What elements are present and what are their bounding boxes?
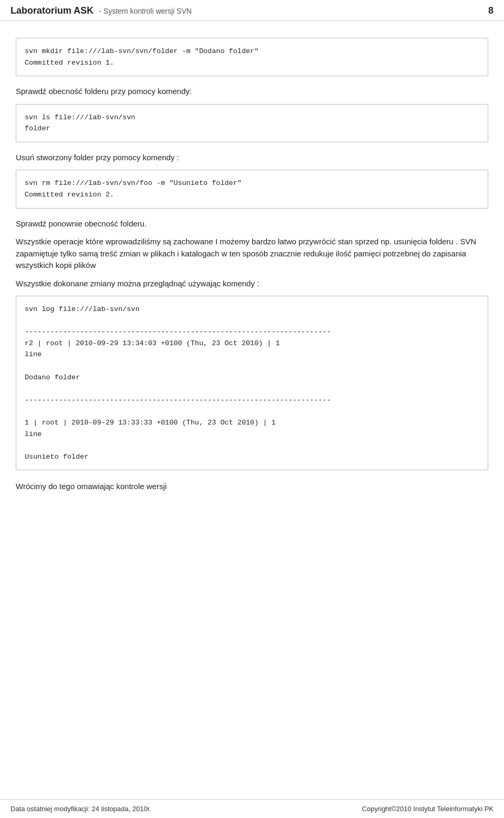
text-operations-info: Wszystkie operacje które wprowadziliśmy … bbox=[16, 236, 488, 272]
code-block-2: svn ls file:///lab-svn/svn folder bbox=[16, 104, 488, 142]
footer-left: Data ostatniej modyfikacji: 24 listopada… bbox=[10, 805, 151, 813]
text-check-folder: Sprawdź obecność folderu przy pomocy kom… bbox=[16, 86, 488, 98]
header-title: Laboratorium ASK - System kontroli wersj… bbox=[10, 5, 192, 16]
page-footer: Data ostatniej modyfikacji: 24 listopada… bbox=[0, 799, 504, 818]
page-number: 8 bbox=[488, 5, 494, 16]
page-header: Laboratorium ASK - System kontroli wersj… bbox=[0, 0, 504, 21]
code-block-1: svn mkdir file:///lab-svn/svn/folder -m … bbox=[16, 38, 488, 76]
main-content: svn mkdir file:///lab-svn/svn/folder -m … bbox=[0, 21, 504, 530]
lab-subtitle: - System kontroli wersji SVN bbox=[99, 7, 192, 15]
text-view-changes: Wszystkie dokonane zmiany można przegląd… bbox=[16, 278, 488, 290]
text-check-again: Sprawdź ponownie obecność folderu. bbox=[16, 218, 488, 230]
text-return-note: Wrócimy do tego omawiając kontrole wersj… bbox=[16, 481, 488, 493]
code-block-3: svn rm file:///lab-svn/svn/foo -m "Usuni… bbox=[16, 170, 488, 208]
footer-right: Copyright©2010 Instytut Teleinformatyki … bbox=[362, 805, 494, 813]
code-block-4: svn log file:///lab-svn/svn ------------… bbox=[16, 296, 488, 470]
lab-title: Laboratorium ASK bbox=[10, 5, 93, 16]
text-remove-folder: Usuń stworzony folder przy pomocy komend… bbox=[16, 152, 488, 164]
